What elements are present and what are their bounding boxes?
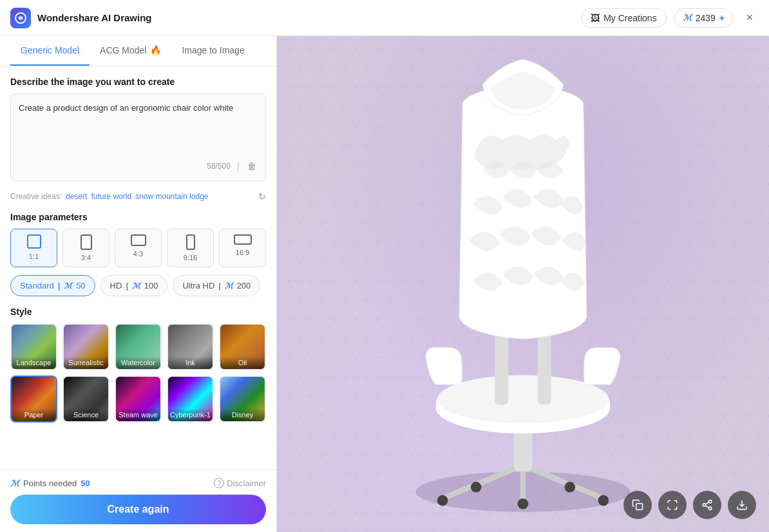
ratio-1-1-button[interactable]: 1:1	[10, 229, 57, 267]
ratio-1-1-label: 1:1	[29, 252, 39, 260]
tab-generic-model[interactable]: Generic Model	[10, 36, 90, 66]
style-section-label: Style	[10, 307, 266, 317]
style-thumb-cyberpunk: Cyberpunk-1	[168, 377, 213, 421]
style-section: Style Landscape Surrealistic	[10, 307, 266, 423]
disclaimer-icon: ?	[214, 478, 224, 488]
char-count: 58/500	[207, 162, 231, 171]
close-button[interactable]: ×	[741, 9, 759, 27]
prompt-section-label: Describe the image you want to create	[10, 77, 266, 87]
ratio-3-4-label: 3:4	[81, 254, 91, 261]
svg-point-15	[437, 375, 609, 424]
quality-hd-button[interactable]: HD | ℳ 100	[100, 275, 168, 296]
creative-tag-desert[interactable]: desert	[66, 192, 87, 201]
left-panel: Generic Model ACG Model 🔥 Image to Image…	[0, 36, 277, 532]
credits-add-icon: +	[719, 13, 725, 23]
style-thumb-paper: Paper	[12, 377, 56, 421]
svg-point-7	[437, 495, 448, 506]
copy-action-button[interactable]	[623, 491, 652, 519]
app-title: Wondershare AI Drawing	[37, 12, 152, 23]
style-name-ink: Ink	[168, 356, 213, 369]
quality-hd-label: HD	[110, 281, 122, 290]
quality-standard-points: 50	[76, 281, 85, 290]
style-grid: Landscape Surrealistic Watercolor	[10, 323, 266, 423]
credits-button[interactable]: ℳ 2439 +	[674, 8, 733, 28]
creative-ideas-row: Creative ideas: desert future world snow…	[10, 191, 266, 202]
style-item-surrealistic[interactable]: Surrealistic	[62, 323, 109, 370]
points-row: ℳ Points needed 50 ? Disclaimer	[10, 478, 266, 488]
right-panel	[277, 36, 769, 532]
my-creations-label: My Creations	[603, 13, 656, 23]
tab-image-to-image[interactable]: Image to Image	[171, 36, 254, 66]
svg-point-10	[565, 482, 576, 493]
share-action-button[interactable]	[693, 491, 721, 519]
generated-image	[277, 36, 769, 532]
style-thumb-surrealistic: Surrealistic	[64, 325, 108, 369]
creative-tag-snow-mountain[interactable]: snow mountain lodge	[135, 192, 208, 201]
my-creations-button[interactable]: 🖼 My Creations	[581, 8, 666, 28]
style-name-oil: Oil	[220, 356, 265, 369]
points-value: 50	[81, 479, 90, 488]
prompt-textarea[interactable]: Create a product design of an ergonomic …	[19, 102, 258, 153]
svg-point-20	[703, 504, 706, 507]
image-parameters-section: Image parameters 1:1 3:4 4:3	[10, 212, 266, 296]
clear-prompt-button[interactable]: 🗑	[246, 160, 258, 173]
main-content: Generic Model ACG Model 🔥 Image to Image…	[0, 36, 769, 532]
svg-line-22	[705, 506, 708, 508]
download-action-button[interactable]	[728, 491, 756, 519]
create-again-button[interactable]: Create again	[10, 495, 266, 524]
quality-ultrahd-points: 200	[237, 281, 251, 290]
ratio-grid: 1:1 3:4 4:3 9:16	[10, 229, 266, 267]
ratio-3-4-button[interactable]: 3:4	[62, 229, 109, 267]
tab-generic-label: Generic Model	[21, 45, 79, 55]
refresh-ideas-button[interactable]: ↻	[258, 191, 266, 202]
quality-ultrahd-button[interactable]: Ultra HD | ℳ 200	[173, 275, 260, 296]
ratio-9-16-button[interactable]: 9:16	[167, 229, 214, 267]
style-item-watercolor[interactable]: Watercolor	[115, 323, 162, 370]
style-name-science: Science	[64, 408, 108, 421]
image-actions	[623, 491, 756, 519]
prompt-section: Describe the image you want to create Cr…	[10, 77, 266, 181]
titlebar: Wondershare AI Drawing 🖼 My Creations ℳ …	[0, 0, 769, 36]
ratio-4-3-label: 4:3	[133, 250, 143, 258]
svg-point-19	[708, 500, 712, 504]
tabs-bar: Generic Model ACG Model 🔥 Image to Image	[0, 36, 276, 66]
disclaimer-button[interactable]: ? Disclaimer	[214, 478, 266, 488]
style-item-disney[interactable]: Disney	[219, 375, 266, 423]
style-name-steamwave: Steam wave	[116, 408, 160, 421]
style-item-landscape[interactable]: Landscape	[10, 323, 57, 370]
style-name-cyberpunk: Cyberpunk-1	[168, 408, 213, 421]
quality-hd-points: 100	[144, 281, 158, 290]
prompt-box: Create a product design of an ergonomic …	[10, 93, 266, 181]
quality-row: Standard | ℳ 50 HD | ℳ 100 Ultra HD |	[10, 275, 266, 296]
creative-tag-future-world[interactable]: future world	[91, 192, 131, 201]
quality-standard-button[interactable]: Standard | ℳ 50	[10, 275, 95, 296]
tab-acg-model[interactable]: ACG Model 🔥	[90, 36, 171, 66]
svg-line-23	[705, 502, 708, 504]
style-name-disney: Disney	[220, 408, 265, 421]
style-item-paper[interactable]: Paper	[10, 375, 57, 423]
style-item-steamwave[interactable]: Steam wave	[115, 375, 162, 423]
ratio-4-3-button[interactable]: 4:3	[115, 229, 162, 267]
style-thumb-oil: Oil	[220, 325, 265, 369]
style-item-oil[interactable]: Oil	[219, 323, 266, 370]
style-item-cyberpunk[interactable]: Cyberpunk-1	[167, 375, 214, 423]
bottom-bar: ℳ Points needed 50 ? Disclaimer Create a…	[0, 470, 276, 532]
style-item-ink[interactable]: Ink	[167, 323, 214, 370]
style-item-science[interactable]: Science	[62, 375, 109, 423]
style-thumb-disney: Disney	[220, 377, 265, 421]
svg-point-11	[518, 499, 529, 509]
style-name-paper: Paper	[12, 408, 56, 421]
style-name-watercolor: Watercolor	[116, 356, 160, 369]
style-thumb-landscape: Landscape	[12, 325, 56, 369]
ratio-16-9-button[interactable]: 16:9	[219, 229, 266, 267]
tab-img2img-label: Image to Image	[182, 45, 244, 55]
style-thumb-watercolor: Watercolor	[116, 325, 160, 369]
fullscreen-action-button[interactable]	[658, 491, 687, 519]
style-name-landscape: Landscape	[12, 356, 56, 369]
points-text: Points needed	[23, 479, 77, 488]
quality-standard-label: Standard	[20, 281, 54, 290]
svg-point-8	[598, 495, 609, 506]
panel-scrollable: Describe the image you want to create Cr…	[0, 66, 276, 470]
titlebar-right: 🖼 My Creations ℳ 2439 + ×	[581, 8, 759, 28]
style-thumb-steamwave: Steam wave	[116, 377, 160, 421]
